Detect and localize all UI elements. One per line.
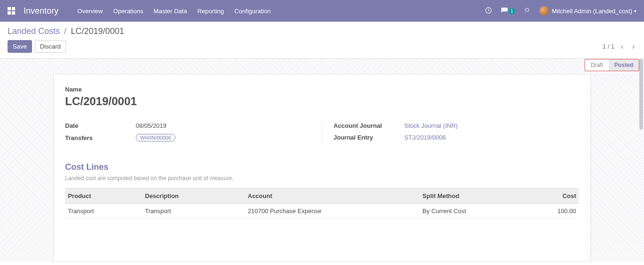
pager-prev-icon[interactable]: ‹ <box>619 42 625 51</box>
breadcrumb-root[interactable]: Landed Costs <box>8 26 60 36</box>
cell-product[interactable]: Transport <box>65 204 142 219</box>
cost-lines-note: Landed cost are computed based on the pu… <box>65 175 579 182</box>
pager-next-icon[interactable]: › <box>630 42 636 51</box>
brand-title[interactable]: Inventory <box>24 6 58 16</box>
form-sheet: Name LC/2019/0001 Date 08/05/2019 Transf… <box>53 74 591 262</box>
apps-icon[interactable] <box>8 7 15 15</box>
user-menu[interactable]: Mitchell Admin (Landed_cost) ▾ <box>539 6 636 16</box>
breadcrumb-current: LC/2019/0001 <box>71 26 124 36</box>
debug-icon[interactable] <box>523 7 531 16</box>
transfers-tag[interactable]: WH/IN/00006 <box>136 134 175 141</box>
col-account[interactable]: Account <box>245 189 420 204</box>
navbar-right: 1 Mitchell Admin (Landed_cost) ▾ <box>485 6 636 16</box>
avatar <box>539 6 549 16</box>
name-value: LC/2019/0001 <box>65 95 579 108</box>
navbar: Inventory Overview Operations Master Dat… <box>0 0 644 22</box>
activity-icon[interactable] <box>485 7 492 16</box>
breadcrumb: Landed Costs / LC/2019/0001 <box>8 26 636 36</box>
cost-lines-table: Product Description Account Split Method… <box>65 188 579 219</box>
status-bar: Draft Posted <box>585 59 639 71</box>
account-journal-label: Account Journal <box>334 122 405 129</box>
status-draft[interactable]: Draft <box>585 59 609 71</box>
account-journal-value[interactable]: Stock Journal (INR) <box>405 122 458 129</box>
discard-button[interactable]: Discard <box>35 40 66 53</box>
table-row[interactable]: Transport Transport 210700 Purchase Expe… <box>65 204 579 219</box>
save-button[interactable]: Save <box>8 40 32 53</box>
caret-down-icon: ▾ <box>634 8 636 14</box>
status-posted[interactable]: Posted <box>609 59 639 71</box>
date-label: Date <box>65 122 136 129</box>
journal-entry-label: Journal Entry <box>334 134 405 141</box>
cell-account[interactable]: 210700 Purchase Expense <box>245 204 420 219</box>
col-split[interactable]: Split Method <box>420 189 528 204</box>
user-name: Mitchell Admin (Landed_cost) <box>552 8 632 15</box>
menu-operations[interactable]: Operations <box>113 8 143 15</box>
control-panel: Landed Costs / LC/2019/0001 Save Discard… <box>0 22 644 59</box>
col-cost[interactable]: Cost <box>528 189 579 204</box>
name-label: Name <box>65 86 579 93</box>
cell-split[interactable]: By Current Cost <box>420 204 528 219</box>
menu-overview[interactable]: Overview <box>77 8 103 15</box>
menu-configuration[interactable]: Configuration <box>234 8 271 15</box>
breadcrumb-sep: / <box>64 26 66 36</box>
cell-cost[interactable]: 100.00 <box>528 204 579 219</box>
pager: 1 / 1 ‹ › <box>603 42 636 51</box>
pager-text[interactable]: 1 / 1 <box>603 43 614 50</box>
top-menu: Overview Operations Master Data Reportin… <box>77 8 485 15</box>
transfers-label: Transfers <box>65 134 136 141</box>
menu-reporting[interactable]: Reporting <box>198 8 224 15</box>
form-view: Draft Posted Name LC/2019/0001 Date 08/0… <box>0 59 644 262</box>
messaging-menu[interactable]: 1 <box>501 7 515 15</box>
col-product[interactable]: Product <box>65 189 142 204</box>
date-value[interactable]: 08/05/2019 <box>136 122 166 129</box>
journal-entry-value[interactable]: STJ/2019/0006 <box>405 134 446 141</box>
cost-lines-title: Cost Lines <box>65 162 579 172</box>
scrollbar-thumb[interactable] <box>639 59 643 130</box>
menu-master-data[interactable]: Master Data <box>154 8 187 15</box>
cell-description[interactable]: Transport <box>142 204 245 219</box>
col-description[interactable]: Description <box>142 189 245 204</box>
messaging-badge: 1 <box>509 8 515 14</box>
